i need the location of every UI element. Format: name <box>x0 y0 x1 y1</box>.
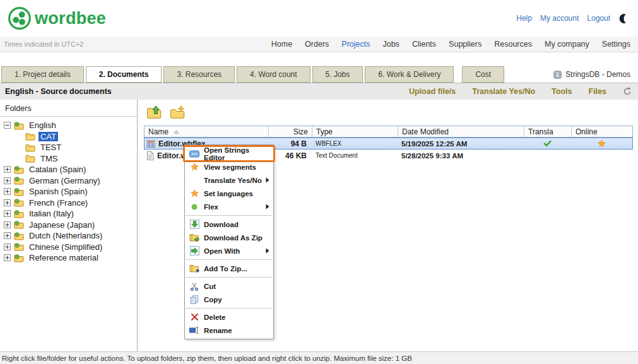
folder-item-catalan-spain[interactable]: Catalan (Spain) <box>0 164 137 175</box>
tab-6-work-delivery[interactable]: 6. Work & Delivery <box>365 66 454 83</box>
folder-label: Italian (Italy) <box>27 209 76 218</box>
folders-panel: Folders EnglishCATTESTTMSCatalan (Spain)… <box>0 100 138 351</box>
folder-item-italian-italy[interactable]: Italian (Italy) <box>0 208 137 220</box>
column-header-transla[interactable]: Transla <box>524 126 572 137</box>
menu-item-label: Download <box>204 221 239 228</box>
folder-item-dutch-netherlands[interactable]: Dutch (Netherlands) <box>0 230 137 242</box>
menu-separator <box>186 308 273 308</box>
tab-1-project-details[interactable]: 1. Project details <box>1 66 84 83</box>
folder-item-german-germany[interactable]: German (Germany) <box>0 175 137 187</box>
folder-item-tms[interactable]: TMS <box>0 153 137 165</box>
plus-box-icon[interactable] <box>4 221 11 228</box>
sort-asc-icon <box>174 130 179 134</box>
plus-box-icon[interactable] <box>4 254 11 261</box>
folder-item-reference-material[interactable]: Reference material <box>0 252 137 264</box>
submenu-arrow-icon <box>266 204 269 209</box>
folder-item-japanese-japan[interactable]: Japanese (Japan) <box>0 220 137 231</box>
action-translate-yes-no[interactable]: Translate Yes/No <box>472 87 535 96</box>
menu-item-download[interactable]: Download <box>185 218 273 231</box>
menu-item-set-languages[interactable]: Set languages <box>185 187 273 200</box>
nav-item-clients[interactable]: Clients <box>412 40 436 49</box>
tab-5-jobs[interactable]: 5. Jobs <box>312 66 363 83</box>
wordbee-logo-text: wordbee <box>35 9 106 28</box>
menu-item-open-strings-editor[interactable]: Open Strings Editor <box>185 147 273 160</box>
menu-separator <box>186 259 273 260</box>
nav-item-projects[interactable]: Projects <box>341 40 370 49</box>
column-header-date-modified[interactable]: Date Modified <box>398 126 524 137</box>
language-folder-icon <box>14 254 24 262</box>
folder-label: TMS <box>38 154 59 163</box>
plus-box-icon[interactable] <box>4 177 11 184</box>
file-date-cell: 5/19/2025 12:25 AM <box>398 138 524 150</box>
menu-item-download-as-zip[interactable]: Download As Zip <box>185 231 273 244</box>
timezone-note: Times indicated in UTC+2 <box>4 40 83 48</box>
menu-item-translate-yes-no[interactable]: Translate Yes/No <box>185 173 273 187</box>
submenu-arrow-icon <box>266 177 269 183</box>
language-folder-icon <box>14 242 24 251</box>
nav-item-settings[interactable]: Settings <box>602 40 630 49</box>
folder-item-spanish-spain[interactable]: Spanish (Spain) <box>0 186 137 197</box>
plus-box-icon[interactable] <box>4 210 11 217</box>
nav-item-suppliers[interactable]: Suppliers <box>449 40 481 49</box>
link-logout[interactable]: Logout <box>587 14 610 23</box>
wbflex-file-icon <box>146 139 155 148</box>
menu-item-cut[interactable]: Cut <box>185 279 273 293</box>
column-header-type[interactable]: Type <box>312 126 398 137</box>
dark-mode-moon-icon[interactable] <box>618 13 629 24</box>
menu-item-open-with[interactable]: Open With <box>185 244 273 257</box>
new-folder-button[interactable] <box>168 104 186 120</box>
nav-item-orders[interactable]: Orders <box>305 40 329 49</box>
language-folder-icon <box>14 165 24 174</box>
folders-panel-title: Folders <box>0 102 137 117</box>
column-header-online[interactable]: Online <box>572 126 632 137</box>
tab-cost[interactable]: Cost <box>462 66 504 83</box>
top-header: wordbee HelpMy accountLogout <box>0 0 638 37</box>
wordbee-logo[interactable]: wordbee <box>8 6 106 30</box>
info-icon <box>553 71 562 79</box>
column-header-size[interactable]: Size <box>269 126 312 137</box>
nav-item-jobs[interactable]: Jobs <box>382 40 399 49</box>
column-header-name[interactable]: Name <box>145 126 269 137</box>
project-name: StringsDB - Demos <box>565 70 630 79</box>
language-folder-icon <box>14 232 24 240</box>
column-label: Online <box>576 127 598 136</box>
menu-item-label: Set languages <box>204 190 253 197</box>
plus-box-icon[interactable] <box>4 199 11 206</box>
link-help[interactable]: Help <box>516 14 532 23</box>
folder-item-french-france[interactable]: French (France) <box>0 197 137 209</box>
plus-box-icon[interactable] <box>4 188 11 195</box>
nav-item-resources[interactable]: Resources <box>494 40 532 49</box>
refresh-icon[interactable] <box>623 87 632 96</box>
folder-item-english[interactable]: English <box>0 120 137 131</box>
action-upload-file-s[interactable]: Upload file/s <box>409 87 456 96</box>
menu-item-flex[interactable]: Flex <box>185 200 273 213</box>
submenu-arrow-icon <box>266 248 269 254</box>
minus-box-icon[interactable] <box>4 122 11 129</box>
folder-item-test[interactable]: TEST <box>0 142 137 153</box>
action-tools[interactable]: Tools <box>552 87 572 96</box>
link-my-account[interactable]: My account <box>540 14 579 23</box>
folder-label: CAT <box>38 132 58 141</box>
plus-box-icon[interactable] <box>4 166 11 173</box>
tab-3-resources[interactable]: 3. Resources <box>163 66 235 83</box>
upload-files-button[interactable] <box>145 104 163 120</box>
folder-item-cat[interactable]: CAT <box>0 131 137 143</box>
status-bar: Right click file/folder for useful actio… <box>0 351 638 364</box>
menu-item-delete[interactable]: Delete <box>185 310 273 324</box>
tab-4-word-count[interactable]: 4. Word count <box>237 66 310 83</box>
folder-item-chinese-simplified[interactable]: Chinese (Simplified) <box>0 242 137 253</box>
nav-item-home[interactable]: Home <box>271 40 292 49</box>
menu-item-view-segments[interactable]: View segments <box>185 160 273 173</box>
plus-box-icon[interactable] <box>4 244 11 250</box>
folder-label: French (France) <box>27 198 90 208</box>
section-title: English - Source documents <box>5 87 112 96</box>
menu-item-add-to-zip[interactable]: Add To Zip... <box>185 262 273 275</box>
menu-item-rename[interactable]: Rename <box>185 324 273 337</box>
menu-item-copy[interactable]: Copy <box>185 293 273 306</box>
menu-item-label: Flex <box>204 203 218 211</box>
text-file-icon <box>146 151 154 160</box>
plus-box-icon[interactable] <box>4 232 11 239</box>
nav-item-my-company[interactable]: My company <box>545 40 589 49</box>
action-files[interactable]: Files <box>589 87 607 96</box>
tab-2-documents[interactable]: 2. Documents <box>86 66 162 83</box>
